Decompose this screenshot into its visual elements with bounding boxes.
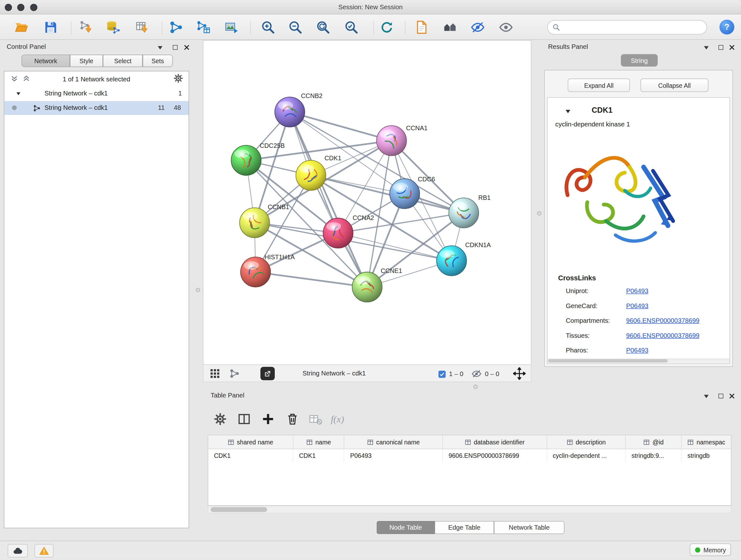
tab-edge-table[interactable]: Edge Table xyxy=(434,521,494,534)
network-node[interactable] xyxy=(296,160,326,190)
network-edge[interactable] xyxy=(290,112,392,141)
crosslink-value[interactable]: P06493 xyxy=(626,287,649,295)
selection-checkbox-icon[interactable] xyxy=(439,371,446,378)
network-node[interactable] xyxy=(377,125,407,155)
network-node[interactable] xyxy=(323,218,353,248)
table-cell[interactable]: cyclin-dependent ... xyxy=(547,449,626,462)
table-cell[interactable]: CDK1 xyxy=(208,449,293,462)
tab-select[interactable]: Select xyxy=(103,55,143,67)
network-node[interactable] xyxy=(241,257,271,287)
import-table-button[interactable] xyxy=(134,19,151,36)
collapse-panel-icon[interactable] xyxy=(703,45,710,51)
float-panel-icon[interactable] xyxy=(719,394,724,398)
open-in-window-button[interactable] xyxy=(260,367,275,380)
crosslink-value[interactable]: P06493 xyxy=(626,347,649,354)
close-panel-icon[interactable] xyxy=(729,45,735,51)
network-edge[interactable] xyxy=(338,233,452,261)
network-edge[interactable] xyxy=(256,272,367,287)
table-cell[interactable]: CDK1 xyxy=(293,449,344,462)
horizontal-splitter-handle[interactable] xyxy=(474,385,478,389)
birdseye-grid-icon[interactable] xyxy=(210,368,220,379)
float-panel-icon[interactable] xyxy=(173,45,178,50)
new-network-button[interactable] xyxy=(167,19,185,36)
show-all-button[interactable] xyxy=(497,19,515,36)
help-button[interactable]: ? xyxy=(720,20,735,35)
tab-sets[interactable]: Sets xyxy=(143,55,173,67)
import-network-from-file-button[interactable] xyxy=(78,19,95,36)
network-options-gear-icon[interactable] xyxy=(173,73,184,84)
network-node[interactable] xyxy=(449,198,479,228)
search-input[interactable] xyxy=(563,23,702,32)
collapse-panel-icon[interactable] xyxy=(157,45,163,51)
column-header[interactable]: @id xyxy=(626,435,682,449)
table-row[interactable]: CDK1 CDK1 P06493 9606.ENSP00000378699 cy… xyxy=(208,449,731,462)
show-columns-icon[interactable] xyxy=(238,413,251,426)
table-cell[interactable]: stringdb:9... xyxy=(626,449,682,462)
crosslink-value[interactable]: 9606.ENSP00000378699 xyxy=(626,317,699,324)
network-edge[interactable] xyxy=(290,112,367,287)
zoom-out-button[interactable] xyxy=(287,19,304,36)
export-image-button[interactable] xyxy=(223,19,240,36)
column-header[interactable]: namespac xyxy=(682,435,731,449)
tab-style[interactable]: Style xyxy=(70,55,103,67)
close-panel-icon[interactable] xyxy=(729,393,735,399)
add-column-icon[interactable] xyxy=(261,413,275,426)
network-share-icon[interactable] xyxy=(229,368,240,379)
column-header[interactable]: database identifier xyxy=(443,435,547,449)
cloud-status-button[interactable] xyxy=(8,544,28,557)
table-options-gear-icon[interactable] xyxy=(213,413,227,426)
home-neighborhood-button[interactable] xyxy=(441,19,459,36)
import-network-from-database-button[interactable] xyxy=(105,19,122,36)
column-header[interactable]: name xyxy=(293,435,344,449)
collapse-panel-icon[interactable] xyxy=(703,393,710,400)
tab-node-table[interactable]: Node Table xyxy=(377,521,435,534)
table-cell[interactable]: P06493 xyxy=(344,449,443,462)
tab-network[interactable]: Network xyxy=(22,55,70,67)
new-network-from-table-button[interactable] xyxy=(195,19,212,36)
memory-button[interactable]: Memory xyxy=(690,544,731,556)
network-node[interactable] xyxy=(231,145,261,175)
collapse-all-button[interactable]: Collapse All xyxy=(641,78,709,92)
network-name[interactable]: String Network – cdk1 xyxy=(45,104,108,111)
float-panel-icon[interactable] xyxy=(719,45,724,50)
pan-crosshair-icon[interactable] xyxy=(513,368,526,380)
network-canvas[interactable]: CCNB2CCNA1CDC25BCDK1CDC6RB1CCNB1CCNA2CDK… xyxy=(203,40,531,365)
zoom-fit-button[interactable] xyxy=(315,19,332,36)
close-panel-icon[interactable] xyxy=(184,45,190,51)
protein-section-expand-icon[interactable] xyxy=(565,108,571,115)
crosslink-value[interactable]: 9606.ENSP00000378699 xyxy=(626,332,699,339)
column-header[interactable]: canonical name xyxy=(344,435,443,449)
tab-network-table[interactable]: Network Table xyxy=(494,521,564,534)
network-graph[interactable]: CCNB2CCNA1CDC25BCDK1CDC6RB1CCNB1CCNA2CDK… xyxy=(204,41,531,365)
network-node[interactable] xyxy=(390,179,420,209)
toolbar-search[interactable] xyxy=(547,20,707,35)
expand-all-button[interactable]: Expand All xyxy=(568,78,630,92)
table-cell[interactable]: stringdb xyxy=(682,449,731,462)
save-session-button[interactable] xyxy=(42,19,59,36)
collection-name[interactable]: String Network – cdk1 xyxy=(45,90,108,97)
vertical-splitter-handle[interactable] xyxy=(196,288,200,293)
table-cell[interactable]: 9606.ENSP00000378699 xyxy=(443,449,547,462)
column-header[interactable]: description xyxy=(547,435,626,449)
network-node[interactable] xyxy=(436,246,467,276)
vertical-splitter-handle[interactable] xyxy=(537,211,542,216)
network-node[interactable] xyxy=(352,272,382,302)
warnings-button[interactable] xyxy=(35,544,54,557)
hidden-eye-slash-icon[interactable] xyxy=(472,369,482,379)
network-node[interactable] xyxy=(275,97,305,127)
annotation-document-button[interactable] xyxy=(413,19,430,36)
results-hscrollbar-thumb[interactable] xyxy=(548,359,668,363)
hide-selected-button[interactable] xyxy=(469,19,486,36)
network-node[interactable] xyxy=(240,208,270,238)
zoom-selected-button[interactable] xyxy=(343,19,360,36)
table-hscrollbar-thumb[interactable] xyxy=(211,507,267,512)
table-hscrollbar-track[interactable] xyxy=(208,506,731,513)
crosslink-value[interactable]: P06493 xyxy=(626,302,649,310)
zoom-in-button[interactable] xyxy=(259,19,277,36)
delete-column-icon[interactable] xyxy=(286,413,299,426)
apply-layout-button[interactable] xyxy=(378,19,395,36)
open-session-button[interactable] xyxy=(13,19,30,36)
results-tab-string[interactable]: String xyxy=(621,54,658,67)
collection-expand-icon[interactable] xyxy=(16,91,21,97)
column-header[interactable]: shared name xyxy=(208,435,293,449)
